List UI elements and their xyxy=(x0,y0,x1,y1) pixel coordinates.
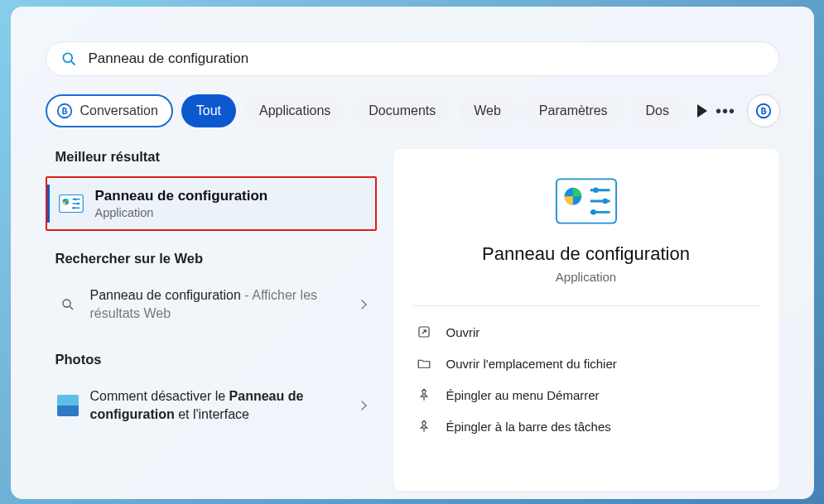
photo-suffix: et l'interface xyxy=(175,407,249,421)
section-photos: Photos xyxy=(55,352,377,367)
filter-web[interactable]: Web xyxy=(459,94,516,127)
action-pin-taskbar[interactable]: Épingler à la barre des tâches xyxy=(413,410,759,442)
bing-chat-icon xyxy=(55,102,74,120)
results-list: Meilleur résultat Panneau de configurati… xyxy=(46,149,377,491)
svg-point-0 xyxy=(63,53,72,62)
filter-row: Conversation Tout Applications Documents… xyxy=(46,94,779,127)
svg-point-19 xyxy=(602,199,608,204)
filter-scroll-right-icon[interactable] xyxy=(697,104,707,118)
action-label: Ouvrir xyxy=(446,325,480,339)
svg-point-12 xyxy=(63,300,70,307)
svg-line-1 xyxy=(70,61,75,65)
action-open-location[interactable]: Ouvrir l'emplacement du fichier xyxy=(413,348,759,379)
svg-point-17 xyxy=(593,187,599,193)
svg-point-11 xyxy=(72,207,75,209)
action-label: Épingler au menu Démarrer xyxy=(446,388,600,402)
results-area: Meilleur résultat Panneau de configurati… xyxy=(46,149,779,491)
more-options-icon[interactable]: ••• xyxy=(716,102,735,121)
open-icon xyxy=(417,324,431,339)
photo-result-item[interactable]: Comment désactiver le Panneau de configu… xyxy=(46,379,377,433)
search-icon xyxy=(60,50,77,67)
filter-label: Web xyxy=(474,103,501,118)
preview-pane: Panneau de configuration Application Ouv… xyxy=(393,149,779,491)
photo-prefix: Comment désactiver le xyxy=(90,389,229,403)
best-result-subtitle: Application xyxy=(95,206,268,219)
web-search-item[interactable]: Panneau de configuration - Afficher les … xyxy=(46,278,377,332)
filter-label: Tout xyxy=(196,103,221,118)
filter-label: Conversation xyxy=(80,103,158,118)
svg-point-21 xyxy=(590,209,596,215)
filter-label: Documents xyxy=(369,103,436,118)
best-result-title: Panneau de configuration xyxy=(95,188,268,204)
photo-result-text: Comment désactiver le Panneau de configu… xyxy=(90,387,347,425)
filter-documents[interactable]: Documents xyxy=(354,94,451,127)
svg-line-13 xyxy=(70,307,73,310)
start-search-panel: Conversation Tout Applications Documents… xyxy=(11,7,814,499)
filter-parametres[interactable]: Paramètres xyxy=(524,94,623,127)
photo-thumbnail-icon xyxy=(57,395,79,416)
filter-applications[interactable]: Applications xyxy=(244,94,345,127)
chevron-right-icon xyxy=(357,401,366,410)
action-pin-start[interactable]: Épingler au menu Démarrer xyxy=(413,379,759,410)
action-label: Ouvrir l'emplacement du fichier xyxy=(446,357,617,371)
pin-icon xyxy=(417,419,431,434)
filter-more-truncated[interactable]: Dos xyxy=(631,94,684,127)
action-label: Épingler à la barre des tâches xyxy=(446,420,611,434)
filter-label: Dos xyxy=(646,103,669,118)
best-result-text: Panneau de configuration Application xyxy=(95,188,268,219)
filter-label: Applications xyxy=(259,103,330,118)
control-panel-icon xyxy=(59,191,84,216)
best-result-item[interactable]: Panneau de configuration Application xyxy=(46,176,377,231)
action-open[interactable]: Ouvrir xyxy=(413,316,759,348)
search-input[interactable] xyxy=(89,50,764,67)
preview-title: Panneau de configuration xyxy=(413,243,759,265)
bing-button[interactable] xyxy=(747,94,780,127)
filter-conversation[interactable]: Conversation xyxy=(46,94,173,127)
bing-icon xyxy=(754,102,773,120)
section-web-search: Rechercher sur le Web xyxy=(55,251,377,266)
svg-point-9 xyxy=(76,203,79,205)
control-panel-large-icon xyxy=(555,177,618,225)
section-best-result: Meilleur résultat xyxy=(55,149,377,165)
filter-all[interactable]: Tout xyxy=(181,94,236,127)
filter-right-group: ••• xyxy=(716,94,780,127)
preview-subtitle: Application xyxy=(413,270,759,284)
chevron-right-icon xyxy=(357,300,366,310)
search-icon xyxy=(57,294,79,315)
divider xyxy=(413,305,759,306)
svg-point-7 xyxy=(74,198,76,200)
web-search-text: Panneau de configuration - Afficher les … xyxy=(90,286,347,324)
search-bar[interactable] xyxy=(46,41,779,76)
web-search-prefix: Panneau de configuration xyxy=(90,288,241,302)
folder-icon xyxy=(417,356,431,371)
filter-label: Paramètres xyxy=(539,103,608,118)
pin-icon xyxy=(417,387,431,402)
